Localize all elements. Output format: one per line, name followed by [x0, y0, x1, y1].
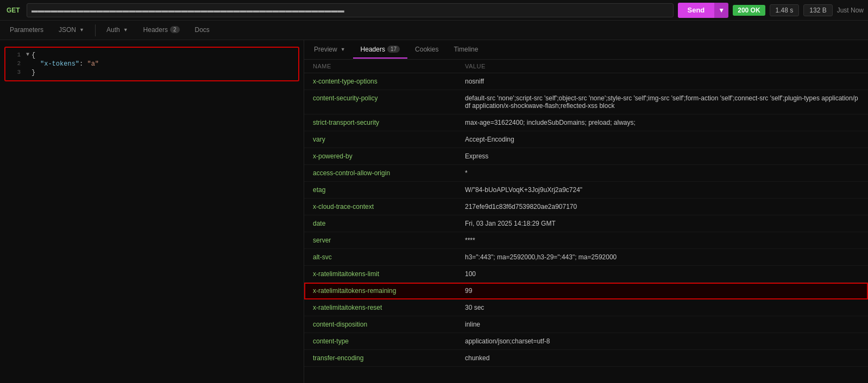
auth-dropdown-icon: ▼ — [123, 27, 128, 33]
header-value-cell: Fri, 03 Jan 2025 14:18:29 GMT — [456, 215, 868, 232]
header-value-cell: Express — [456, 148, 868, 165]
table-row: x-cloud-trace-context217efe9d1c83f6d7539… — [304, 199, 868, 215]
table-row: etagW/"84-bUoAPLVoqK+3Joj9uXrj2a9c724" — [304, 182, 868, 199]
method-badge: GET — [4, 7, 22, 14]
header-name-cell: date — [304, 215, 456, 232]
json-value: "a" — [87, 60, 99, 68]
code-line-1: 1 ▼ { — [5, 51, 298, 60]
response-size: 132 B — [803, 4, 832, 16]
response-tabs-bar: Preview ▼ Headers 17 Cookies Timeline — [304, 40, 868, 60]
header-name-cell: content-security-policy — [304, 90, 456, 114]
header-name-cell: x-powered-by — [304, 148, 456, 165]
table-row: x-ratelimitaitokens-remaining99 — [304, 283, 868, 299]
header-value-cell: 30 sec — [456, 299, 868, 316]
header-name-cell: x-content-type-options — [304, 73, 456, 90]
table-row: alt-svch3=":443"; ma=2592000,h3-29=":443… — [304, 249, 868, 266]
table-row: server**** — [304, 232, 868, 249]
header-value-cell: nosniff — [456, 73, 868, 90]
timestamp: Just Now — [837, 7, 864, 14]
status-badge: 200 OK — [733, 5, 765, 16]
response-headers-badge: 17 — [387, 46, 400, 53]
header-name-cell: content-disposition — [304, 316, 456, 333]
header-name-cell: vary — [304, 131, 456, 148]
header-name-cell: server — [304, 232, 456, 249]
header-value-cell: 99 — [456, 283, 868, 299]
header-value-cell: inline — [456, 316, 868, 333]
line-number-2: 2 — [10, 60, 21, 67]
header-name-cell: x-ratelimitaitokens-reset — [304, 299, 456, 316]
header-value-cell: chunked — [456, 350, 868, 367]
header-value-cell: * — [456, 165, 868, 182]
table-row: x-powered-byExpress — [304, 148, 868, 165]
preview-dropdown-icon: ▼ — [341, 47, 345, 52]
header-value-cell: **** — [456, 232, 868, 249]
fold-arrow-3 — [26, 69, 29, 75]
table-row: x-content-type-optionsnosniff — [304, 73, 868, 90]
header-value-cell: default-src 'none';script-src 'self';obj… — [456, 90, 868, 114]
tab-timeline[interactable]: Timeline — [446, 41, 486, 59]
response-time: 1.48 s — [770, 4, 800, 16]
code-editor[interactable]: 1 ▼ { 2 "x-tokens": "a" 3 } — [5, 49, 298, 79]
table-row: x-ratelimitaitokens-limit100 — [304, 266, 868, 283]
header-name-cell: content-type — [304, 333, 456, 350]
col-value: VALUE — [456, 60, 868, 73]
header-name-cell: etag — [304, 182, 456, 199]
table-row: content-typeapplication/json;charset=utf… — [304, 333, 868, 350]
tab-divider-1 — [95, 24, 96, 36]
table-row: strict-transport-securitymax-age=3162240… — [304, 114, 868, 131]
tab-parameters[interactable]: Parameters — [2, 22, 51, 39]
send-button-group: Send ▼ — [678, 3, 729, 18]
line-number-3: 3 — [10, 69, 21, 75]
header-value-cell: W/"84-bUoAPLVoqK+3Joj9uXrj2a9c724" — [456, 182, 868, 199]
headers-table: NAME VALUE x-content-type-optionsnosniff… — [304, 60, 868, 367]
header-name-cell: access-control-allow-origin — [304, 165, 456, 182]
open-brace: { — [32, 52, 35, 59]
fold-arrow-2 — [26, 60, 29, 66]
code-line-2: 2 "x-tokens": "a" — [5, 60, 298, 68]
header-name-cell: alt-svc — [304, 249, 456, 266]
table-row: access-control-allow-origin* — [304, 165, 868, 182]
header-value-cell: Accept-Encoding — [456, 131, 868, 148]
send-button[interactable]: Send — [678, 3, 715, 18]
table-row: content-security-policydefault-src 'none… — [304, 90, 868, 114]
header-name-cell: x-ratelimitaitokens-limit — [304, 266, 456, 283]
right-panel: Preview ▼ Headers 17 Cookies Timeline NA… — [304, 40, 868, 383]
line-number-1: 1 — [10, 52, 21, 58]
close-brace: } — [32, 69, 35, 76]
tab-headers[interactable]: Headers 2 — [136, 22, 187, 39]
fold-arrow-1: ▼ — [26, 52, 29, 58]
table-row: varyAccept-Encoding — [304, 131, 868, 148]
header-value-cell: max-age=31622400; includeSubDomains; pre… — [456, 114, 868, 131]
left-panel: 1 ▼ { 2 "x-tokens": "a" 3 } — [0, 40, 304, 383]
tab-cookies[interactable]: Cookies — [407, 41, 446, 59]
request-tabs-bar: Parameters JSON ▼ Auth ▼ Headers 2 Docs — [0, 21, 868, 40]
table-row: content-dispositioninline — [304, 316, 868, 333]
header-name-cell: x-ratelimitaitokens-remaining — [304, 283, 456, 299]
json-editor-box: 1 ▼ { 2 "x-tokens": "a" 3 } — [4, 47, 299, 81]
header-name-cell: x-cloud-trace-context — [304, 199, 456, 215]
header-name-cell: strict-transport-security — [304, 114, 456, 131]
code-line-3: 3 } — [5, 68, 298, 77]
header-name-cell: transfer-encoding — [304, 350, 456, 367]
json-key: "x-tokens" — [40, 60, 79, 68]
headers-table-header-row: NAME VALUE — [304, 60, 868, 73]
tab-docs[interactable]: Docs — [187, 22, 217, 39]
header-value-cell: 217efe9d1c83f6d7539820ae2a907170 — [456, 199, 868, 215]
table-row: x-ratelimitaitokens-reset30 sec — [304, 299, 868, 316]
main-content: 1 ▼ { 2 "x-tokens": "a" 3 } — [0, 40, 868, 383]
header-value-cell: h3=":443"; ma=2592000,h3-29=":443"; ma=2… — [456, 249, 868, 266]
tab-json[interactable]: JSON ▼ — [51, 22, 92, 39]
header-value-cell: 100 — [456, 266, 868, 283]
tab-preview[interactable]: Preview ▼ — [306, 41, 353, 59]
url-input[interactable] — [27, 3, 674, 17]
tab-auth[interactable]: Auth ▼ — [99, 22, 136, 39]
tab-response-headers[interactable]: Headers 17 — [353, 41, 407, 59]
json-dropdown-icon: ▼ — [79, 27, 84, 33]
header-value-cell: application/json;charset=utf-8 — [456, 333, 868, 350]
top-bar: GET Send ▼ 200 OK 1.48 s 132 B Just Now — [0, 0, 868, 21]
headers-badge: 2 — [170, 26, 180, 33]
col-name: NAME — [304, 60, 456, 73]
table-row: transfer-encodingchunked — [304, 350, 868, 367]
send-dropdown-button[interactable]: ▼ — [714, 3, 728, 18]
table-row: dateFri, 03 Jan 2025 14:18:29 GMT — [304, 215, 868, 232]
